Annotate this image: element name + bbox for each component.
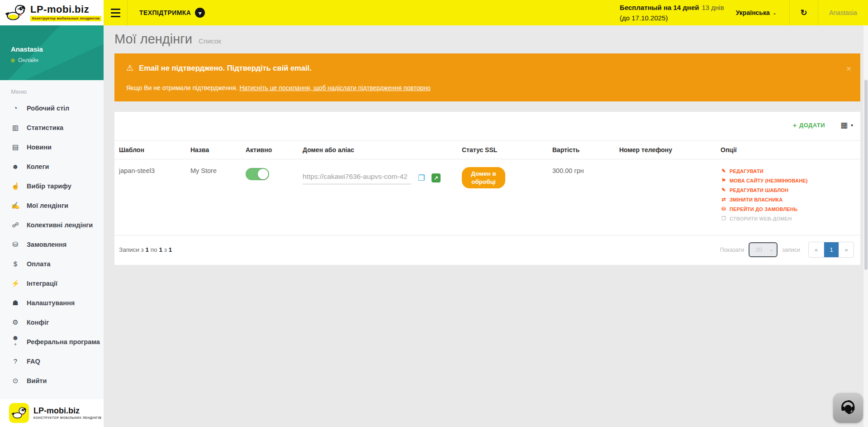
users-icon: ☻ bbox=[11, 163, 20, 170]
col-price: Вартість bbox=[548, 141, 615, 159]
col-domain: Домен або аліас bbox=[298, 141, 457, 159]
dashboard-icon: ◔ bbox=[11, 104, 20, 112]
plus-icon: + bbox=[793, 121, 797, 129]
sidebar-item-settings[interactable]: ☗Налаштування bbox=[0, 293, 104, 312]
col-name: Назва bbox=[186, 141, 241, 159]
sidebar-item-integrations[interactable]: ⚡Інтеграції bbox=[0, 273, 104, 293]
pagination: « 1 » bbox=[808, 242, 854, 258]
email-warning-banner: ⚠ Email не підтверджено. Підтвердіть сві… bbox=[114, 53, 860, 101]
account-menu[interactable]: Anastasia bbox=[818, 9, 868, 16]
active-toggle[interactable] bbox=[246, 168, 269, 180]
brand-tagline: Конструктор мобильных лендингов bbox=[30, 16, 101, 21]
language-icon: ⚑ bbox=[721, 178, 727, 183]
external-link-icon[interactable]: ↗ bbox=[432, 173, 441, 182]
sidebar-item-colleagues[interactable]: ☻Колеги bbox=[0, 157, 104, 176]
cell-phone bbox=[615, 159, 716, 235]
sidebar-item-news[interactable]: ▤Новини bbox=[0, 137, 104, 157]
footer-brand-tagline: КОНСТРУКТОР МОБІЛЬНИХ ЛЕНДІНГІВ bbox=[33, 416, 102, 419]
pager-page-1[interactable]: 1 bbox=[824, 242, 839, 257]
gears-icon: ⚙ bbox=[11, 318, 20, 326]
bar-chart-icon: ▥ bbox=[11, 124, 20, 132]
main-content: Мої лендінги Список ⚠ Email не підтвердж… bbox=[104, 25, 868, 427]
show-label: Показати bbox=[720, 247, 745, 253]
language-selector[interactable]: Українська ⌄ bbox=[736, 9, 777, 16]
copy-icon[interactable]: ❐ bbox=[418, 173, 425, 183]
refresh-icon: ↻ bbox=[800, 8, 807, 18]
hamburger-menu-icon[interactable] bbox=[104, 0, 127, 25]
sidebar-item-my-landings[interactable]: ✍Мої лендінги bbox=[0, 196, 104, 215]
dog-mascot-icon bbox=[4, 4, 27, 22]
options-list: ✎РЕДАГУВАТИ ⚑МОВА САЙТУ (НЕЗМІНЮВАНЕ) ✎Р… bbox=[721, 167, 856, 221]
banner-title-text: Email не підтверджено. Підтвердіть свій … bbox=[139, 64, 312, 72]
sidebar-footer-logo[interactable]: LP-mobi.biz КОНСТРУКТОР МОБІЛЬНИХ ЛЕНДІН… bbox=[0, 399, 104, 427]
page-size-select[interactable]: 20 ⌄ bbox=[749, 242, 778, 257]
option-go-to-orders[interactable]: ⛁ПЕРЕЙТИ ДО ЗАМОВЛЕНЬ bbox=[721, 206, 856, 212]
trial-status: Бесплатный на 14 дней13 днів (до 17.10.2… bbox=[620, 2, 724, 24]
sidebar-item-payment[interactable]: $Оплата bbox=[0, 254, 104, 273]
plug-icon: ⚡ bbox=[11, 279, 20, 288]
headset-icon bbox=[839, 398, 858, 417]
sidebar-item-referral[interactable]: ☻⁺Реферальна програма bbox=[0, 332, 104, 351]
exchange-icon: ⇄ bbox=[721, 197, 727, 202]
pager-prev-button[interactable]: « bbox=[809, 242, 824, 257]
dog-mascot-icon bbox=[9, 403, 29, 423]
cell-price: 300.00 грн bbox=[548, 159, 615, 235]
records-info: Записи з 1 по 1 з 1 bbox=[119, 246, 172, 253]
sidebar-menu: ◔Робочий стіл ▥Статистика ▤Новини ☻Колег… bbox=[0, 98, 104, 390]
close-icon[interactable]: × bbox=[846, 64, 851, 73]
sidebar-item-config[interactable]: ⚙Конфіг bbox=[0, 312, 104, 332]
writing-hand-icon: ✍ bbox=[11, 202, 20, 210]
col-active: Активно bbox=[241, 141, 298, 159]
columns-toggle-button[interactable]: ▦ ▾ bbox=[840, 120, 853, 130]
banner-body-text: Якщо Ви не отримали підтвердження. bbox=[126, 84, 239, 91]
option-edit-template[interactable]: ✎РЕДАГУВАТИ ШАБЛОН bbox=[721, 187, 856, 193]
page-title: Мої лендінги bbox=[114, 32, 192, 47]
chevron-down-icon: ▾ bbox=[851, 123, 853, 128]
dollar-icon: $ bbox=[11, 260, 20, 268]
chevron-down-icon: ⌄ bbox=[769, 247, 773, 252]
col-phone: Номер телефону bbox=[615, 141, 716, 159]
resend-confirmation-link[interactable]: Натисніть це посилання, щоб надіслати пі… bbox=[239, 84, 430, 91]
trial-days-left: 13 днів bbox=[702, 4, 724, 11]
cell-template: japan-steel3 bbox=[114, 159, 186, 235]
question-icon: ? bbox=[11, 357, 20, 365]
online-status-dot bbox=[11, 58, 15, 62]
domain-input[interactable] bbox=[303, 172, 411, 184]
scrollbar[interactable] bbox=[863, 25, 868, 427]
cart-icon: ⛁ bbox=[721, 206, 727, 212]
sidebar-item-dashboard[interactable]: ◔Робочий стіл bbox=[0, 98, 104, 118]
page-subtitle: Список bbox=[199, 37, 221, 45]
user-name: Anastasia bbox=[11, 45, 104, 53]
user-plus-icon: ☻⁺ bbox=[11, 334, 20, 350]
option-change-owner[interactable]: ⇄ЗМІНИТИ ВЛАСНИКА bbox=[721, 197, 856, 202]
brand-logo[interactable]: LP-mobi.biz Конструктор мобильных лендин… bbox=[0, 0, 104, 25]
add-landing-button[interactable]: + ДОДАТИ bbox=[793, 121, 825, 129]
records-label: записи bbox=[782, 247, 800, 253]
sidebar-item-tariff[interactable]: ☝Вибір тарифу bbox=[0, 176, 104, 196]
refresh-button[interactable]: ↻ bbox=[790, 0, 818, 25]
option-edit[interactable]: ✎РЕДАГУВАТИ bbox=[721, 168, 856, 174]
col-template: Шаблон bbox=[114, 141, 186, 159]
share-icon: ☍ bbox=[11, 221, 20, 229]
edit-icon: ✎ bbox=[721, 168, 727, 174]
sidebar-item-orders[interactable]: ⛁Замовлення bbox=[0, 235, 104, 254]
sidebar-item-collective-landings[interactable]: ☍Колективні лендінги bbox=[0, 215, 104, 235]
landings-card: + ДОДАТИ ▦ ▾ Шаблон Назва Активн bbox=[114, 112, 860, 265]
option-site-language[interactable]: ⚑МОВА САЙТУ (НЕЗМІНЮВАНЕ) bbox=[721, 178, 856, 183]
clone-icon: ❐ bbox=[721, 216, 727, 221]
scrollbar-thumb[interactable] bbox=[864, 80, 868, 270]
topbar: ТЕХПІДТРИМКА ➤ Бесплатный на 14 дней13 д… bbox=[104, 0, 868, 25]
pager-next-button[interactable]: » bbox=[839, 242, 854, 257]
online-status-label: Онлайн bbox=[18, 57, 38, 63]
user-panel: Anastasia Онлайн bbox=[0, 25, 104, 80]
power-icon: ⊙ bbox=[11, 377, 20, 385]
sidebar-item-statistics[interactable]: ▥Статистика bbox=[0, 118, 104, 137]
table-header-row: Шаблон Назва Активно Домен або аліас Ста… bbox=[114, 141, 860, 159]
sidebar-item-faq[interactable]: ?FAQ bbox=[0, 351, 104, 371]
page-size-value: 20 bbox=[755, 246, 762, 253]
hand-pointer-icon: ☝ bbox=[11, 182, 20, 190]
tech-support-button[interactable]: ТЕХПІДТРИМКА ➤ bbox=[139, 8, 205, 18]
sidebar-item-logout[interactable]: ⊙Вийти bbox=[0, 371, 104, 390]
support-chat-button[interactable] bbox=[833, 393, 863, 423]
app-window: LP-mobi.biz Конструктор мобильных лендин… bbox=[0, 0, 868, 427]
